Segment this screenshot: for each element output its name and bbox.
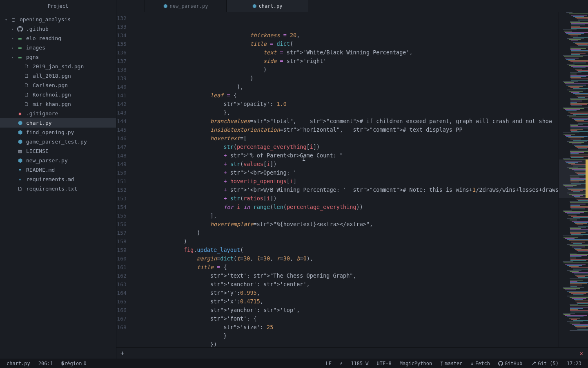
markdown-icon: ▾ bbox=[16, 167, 24, 173]
license-icon: ▦ bbox=[16, 148, 24, 154]
tab-new-parser[interactable]: ⬢ new_parser.py bbox=[145, 0, 227, 12]
tab-spacer bbox=[116, 0, 145, 12]
status-filename[interactable]: chart.py bbox=[4, 361, 33, 366]
tab-bar: ⬢ new_parser.py ⬢ chart.py bbox=[116, 0, 588, 12]
tree-item-folder[interactable]: ▸ ▬ images bbox=[0, 43, 116, 52]
status-line-ending[interactable]: LF bbox=[323, 361, 334, 366]
minimap[interactable] bbox=[559, 12, 588, 347]
python-icon: ⬢ bbox=[16, 120, 24, 126]
file-icon: 🗋 bbox=[23, 92, 30, 98]
tree-item-label: README.md bbox=[26, 167, 55, 173]
file-icon: 🗋 bbox=[16, 186, 24, 192]
python-icon: ⬢ bbox=[252, 3, 256, 9]
tree-item-label: new_parser.py bbox=[26, 157, 68, 164]
git-icon: ◆ bbox=[16, 110, 24, 117]
tree-item-file[interactable]: 🗋 requirements.txt bbox=[0, 184, 116, 193]
tab-label: new_parser.py bbox=[170, 3, 208, 9]
chevron-right-icon: ▸ bbox=[10, 36, 16, 40]
file-icon: 🗋 bbox=[23, 101, 30, 107]
folder-icon: ▬ bbox=[16, 54, 24, 60]
tree-item-python[interactable]: ⬢ game_parser_test.py bbox=[0, 137, 116, 146]
chevron-right-icon: ▸ bbox=[10, 46, 16, 50]
status-grammar[interactable]: MagicPython bbox=[397, 361, 434, 366]
minimap-scrollbar[interactable] bbox=[586, 159, 588, 198]
tree-item-md[interactable]: ▾ requirements.md bbox=[0, 175, 116, 184]
file-tree: ▾ ▢ opening_analysis ▸ .github ▸ ▬ elo_r… bbox=[0, 12, 116, 359]
tree-item-label: 2019_jan_std.pgn bbox=[33, 63, 84, 70]
tree-item-file[interactable]: 🗋 Korchnoi.pgn bbox=[0, 90, 116, 99]
status-fetch[interactable]: ↕ Fetch bbox=[468, 361, 492, 366]
tree-item-label: pgns bbox=[26, 54, 39, 60]
chevron-down-icon: ▾ bbox=[10, 55, 16, 59]
tab-label: chart.py bbox=[259, 3, 283, 9]
tree-root[interactable]: ▾ ▢ opening_analysis bbox=[0, 15, 116, 24]
folder-icon: ▬ bbox=[16, 45, 24, 51]
tree-item-folder[interactable]: ▾ ▬ pgns bbox=[0, 52, 116, 62]
folder-icon: ▬ bbox=[16, 35, 24, 41]
status-git[interactable]: ⎇ Git (5) bbox=[528, 361, 561, 366]
tree-item-label: game_parser_test.py bbox=[26, 139, 87, 145]
editor-region: ⬢ new_parser.py ⬢ chart.py 1321331341351… bbox=[116, 0, 588, 359]
github-icon bbox=[16, 26, 24, 32]
tree-item-license[interactable]: ▦ LICENSE bbox=[0, 146, 116, 156]
tree-item-label: chart.py bbox=[26, 120, 52, 126]
tree-item-github[interactable]: ▸ .github bbox=[0, 24, 116, 34]
tree-item-md[interactable]: ▾ README.md bbox=[0, 165, 116, 175]
status-telemetry-icon[interactable]: ⚡ bbox=[337, 361, 345, 366]
sidebar-title: Project bbox=[0, 0, 116, 12]
markdown-icon: ▾ bbox=[16, 176, 24, 182]
line-gutter: 1321331341351361371381391401411421431441… bbox=[116, 12, 131, 347]
tab-chart[interactable]: ⬢ chart.py bbox=[227, 0, 308, 12]
python-icon: ⬢ bbox=[16, 139, 24, 145]
file-icon: 🗋 bbox=[23, 73, 30, 79]
status-diagnostics[interactable]: �région 0 bbox=[59, 361, 89, 366]
tree-item-folder[interactable]: ▸ ▬ elo_reading bbox=[0, 34, 116, 43]
status-cursor-position[interactable]: 206:1 bbox=[36, 361, 56, 366]
project-sidebar: Project ▾ ▢ opening_analysis ▸ .github ▸… bbox=[0, 0, 116, 359]
tree-item-label: all_2018.pgn bbox=[33, 73, 71, 79]
status-encoding[interactable]: UTF-8 bbox=[374, 361, 394, 366]
tree-item-label: Carlsen.pgn bbox=[33, 82, 68, 88]
tree-item-label: find_opening.py bbox=[26, 129, 74, 135]
tree-item-python[interactable]: ⬢ find_opening.py bbox=[0, 128, 116, 137]
code-area[interactable]: thickness = 20, title = dict( text = str… bbox=[131, 12, 559, 347]
tree-item-label: elo_reading bbox=[26, 35, 61, 41]
file-icon: 🗋 bbox=[23, 82, 30, 88]
bottom-bar: + ✕ bbox=[116, 347, 588, 359]
tree-item-label: .gitignore bbox=[26, 110, 58, 117]
chevron-right-icon: ▸ bbox=[10, 27, 16, 31]
tree-item-file[interactable]: 🗋 mir_khan.pgn bbox=[0, 99, 116, 109]
status-width[interactable]: 1185 W bbox=[348, 361, 371, 366]
python-icon: ⬢ bbox=[163, 3, 167, 9]
tree-root-label: opening_analysis bbox=[20, 16, 71, 22]
close-all-button[interactable]: ✕ bbox=[580, 350, 583, 357]
tree-item-file[interactable]: 🗋 Carlsen.pgn bbox=[0, 81, 116, 90]
editor[interactable]: 1321331341351361371381391401411421431441… bbox=[116, 12, 588, 347]
tree-item-label: .github bbox=[26, 26, 49, 32]
chevron-down-icon: ▾ bbox=[3, 18, 9, 22]
text-cursor: I bbox=[302, 155, 306, 163]
tree-item-python[interactable]: ⬢ new_parser.py bbox=[0, 156, 116, 165]
status-bar: chart.py 206:1 �région 0 LF ⚡ 1185 W UTF… bbox=[0, 359, 588, 368]
python-icon: ⬢ bbox=[16, 157, 24, 164]
repo-icon: ▢ bbox=[10, 16, 17, 22]
tree-item-label: Korchnoi.pgn bbox=[33, 92, 71, 98]
status-branch[interactable]: ᛘ master bbox=[438, 361, 465, 366]
tree-item-file[interactable]: 🗋 2019_jan_std.pgn bbox=[0, 62, 116, 71]
tree-item-label: requirements.txt bbox=[26, 186, 77, 192]
minimap-viewport[interactable] bbox=[559, 159, 588, 198]
tree-item-label: mir_khan.pgn bbox=[33, 101, 71, 107]
status-time: 17:23 bbox=[564, 361, 584, 366]
tree-item-chart[interactable]: ⬢ chart.py bbox=[0, 118, 116, 128]
tree-item-file[interactable]: 🗋 all_2018.pgn bbox=[0, 71, 116, 81]
status-github[interactable]: GitHub bbox=[496, 361, 525, 366]
new-file-button[interactable]: + bbox=[120, 349, 125, 357]
python-icon: ⬢ bbox=[16, 129, 24, 135]
tree-item-gitignore[interactable]: ◆ .gitignore bbox=[0, 109, 116, 118]
tree-item-label: LICENSE bbox=[26, 148, 49, 154]
tree-item-label: requirements.md bbox=[26, 176, 74, 182]
tree-item-label: images bbox=[26, 45, 45, 51]
file-icon: 🗋 bbox=[23, 63, 30, 70]
